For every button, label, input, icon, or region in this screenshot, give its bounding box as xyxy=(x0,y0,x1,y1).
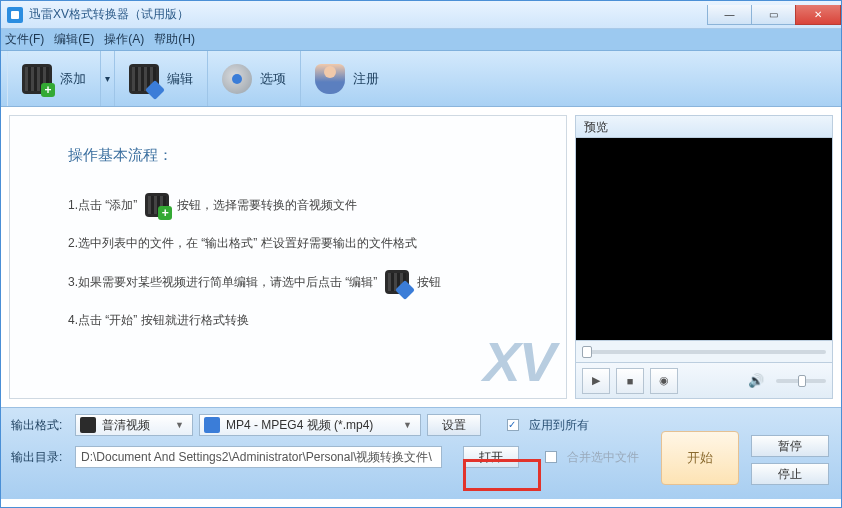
seek-thumb[interactable] xyxy=(582,346,592,358)
add-label: 添加 xyxy=(60,70,86,88)
merge-checkbox[interactable] xyxy=(545,451,557,463)
step-2: 2.选中列表中的文件，在 “输出格式” 栏设置好需要输出的文件格式 xyxy=(68,235,538,252)
xv-logo: XV xyxy=(483,329,554,394)
output-dir-label: 输出目录: xyxy=(11,449,69,466)
right-buttons: 暂停 停止 xyxy=(751,435,829,485)
title-bar: 迅雷XV格式转换器（试用版） — ▭ ✕ xyxy=(1,1,841,29)
toolbar: 添加 ▾ 编辑 选项 注册 xyxy=(1,51,841,107)
output-format-label: 输出格式: xyxy=(11,417,69,434)
menu-help[interactable]: 帮助(H) xyxy=(154,31,195,48)
mp4-icon xyxy=(204,417,220,433)
menu-file[interactable]: 文件(F) xyxy=(5,31,44,48)
edit-file-icon xyxy=(385,270,409,294)
add-file-icon xyxy=(22,64,52,94)
close-button[interactable]: ✕ xyxy=(795,5,841,25)
register-label: 注册 xyxy=(353,70,379,88)
menu-bar: 文件(F) 编辑(E) 操作(A) 帮助(H) xyxy=(1,29,841,51)
user-icon xyxy=(315,64,345,94)
maximize-button[interactable]: ▭ xyxy=(751,5,795,25)
bottom-panel: 输出格式: 普清视频 ▼ MP4 - MPEG4 视频 (*.mp4) ▼ 设置… xyxy=(1,407,841,499)
step-1: 1.点击 “添加” 按钮，选择需要转换的音视频文件 xyxy=(68,193,538,217)
preview-panel: 预览 ▶ ■ ◉ 🔊 xyxy=(575,115,833,399)
step-3: 3.如果需要对某些视频进行简单编辑，请选中后点击 “编辑” 按钮 xyxy=(68,270,538,294)
preview-controls: ▶ ■ ◉ 🔊 xyxy=(575,363,833,399)
gear-icon xyxy=(222,64,252,94)
stop-convert-button[interactable]: 停止 xyxy=(751,463,829,485)
register-button[interactable]: 注册 xyxy=(301,51,393,106)
apply-all-label: 应用到所有 xyxy=(529,417,589,434)
stop-button[interactable]: ■ xyxy=(616,368,644,394)
preview-title: 预览 xyxy=(575,115,833,137)
menu-action[interactable]: 操作(A) xyxy=(104,31,144,48)
quality-combo[interactable]: 普清视频 ▼ xyxy=(75,414,193,436)
add-file-icon xyxy=(145,193,169,217)
window-controls: — ▭ ✕ xyxy=(707,5,841,25)
edit-label: 编辑 xyxy=(167,70,193,88)
menu-edit[interactable]: 编辑(E) xyxy=(54,31,94,48)
volume-thumb[interactable] xyxy=(798,375,806,387)
add-dropdown[interactable]: ▾ xyxy=(101,51,115,106)
volume-slider[interactable] xyxy=(776,379,826,383)
seek-bar[interactable] xyxy=(575,341,833,363)
body-area: 操作基本流程： 1.点击 “添加” 按钮，选择需要转换的音视频文件 2.选中列表… xyxy=(1,107,841,407)
seek-track[interactable] xyxy=(582,350,826,354)
app-window: 迅雷XV格式转换器（试用版） — ▭ ✕ 文件(F) 编辑(E) 操作(A) 帮… xyxy=(0,0,842,508)
chevron-down-icon: ▼ xyxy=(399,420,416,430)
instructions-heading: 操作基本流程： xyxy=(68,146,538,165)
merge-label: 合并选中文件 xyxy=(567,449,639,466)
play-button[interactable]: ▶ xyxy=(582,368,610,394)
options-button[interactable]: 选项 xyxy=(208,51,301,106)
instructions-panel: 操作基本流程： 1.点击 “添加” 按钮，选择需要转换的音视频文件 2.选中列表… xyxy=(9,115,567,399)
options-label: 选项 xyxy=(260,70,286,88)
add-button[interactable]: 添加 xyxy=(7,51,101,106)
window-title: 迅雷XV格式转换器（试用版） xyxy=(29,6,189,23)
output-dir-field[interactable]: D:\Document And Settings2\Administrator\… xyxy=(75,446,442,468)
format-combo[interactable]: MP4 - MPEG4 视频 (*.mp4) ▼ xyxy=(199,414,421,436)
snapshot-button[interactable]: ◉ xyxy=(650,368,678,394)
minimize-button[interactable]: — xyxy=(707,5,751,25)
app-icon xyxy=(7,7,23,23)
edit-button[interactable]: 编辑 xyxy=(115,51,208,106)
chevron-down-icon: ▼ xyxy=(171,420,188,430)
start-button[interactable]: 开始 xyxy=(661,431,739,485)
edit-file-icon xyxy=(129,64,159,94)
settings-button[interactable]: 设置 xyxy=(427,414,481,436)
open-button[interactable]: 打开 xyxy=(463,446,519,468)
step-4: 4.点击 “开始” 按钮就进行格式转换 xyxy=(68,312,538,329)
film-icon xyxy=(80,417,96,433)
pause-button[interactable]: 暂停 xyxy=(751,435,829,457)
apply-all-checkbox[interactable] xyxy=(507,419,519,431)
volume-icon[interactable]: 🔊 xyxy=(748,373,764,388)
preview-video xyxy=(575,137,833,341)
